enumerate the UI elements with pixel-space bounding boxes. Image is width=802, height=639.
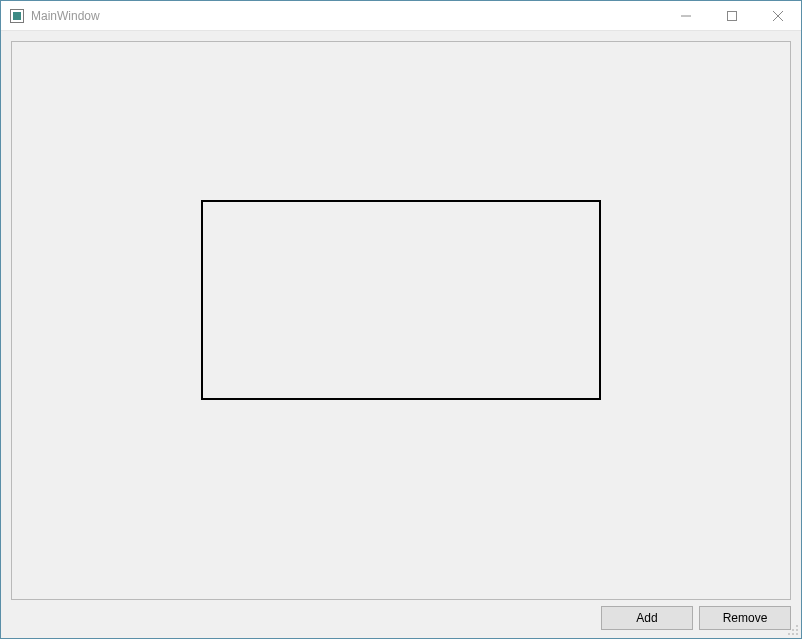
- app-icon: [9, 8, 25, 24]
- graphics-view[interactable]: [11, 41, 791, 600]
- client-area: Add Remove: [1, 31, 801, 638]
- maximize-button[interactable]: [709, 1, 755, 30]
- main-window: MainWindow Add Remove: [0, 0, 802, 639]
- add-button[interactable]: Add: [601, 606, 693, 630]
- titlebar: MainWindow: [1, 1, 801, 31]
- window-title: MainWindow: [31, 9, 100, 23]
- rectangle-item[interactable]: [201, 200, 601, 400]
- svg-point-11: [796, 633, 798, 635]
- remove-button[interactable]: Remove: [699, 606, 791, 630]
- svg-point-9: [788, 633, 790, 635]
- button-row: Add Remove: [11, 600, 791, 630]
- svg-point-10: [792, 633, 794, 635]
- svg-point-8: [796, 629, 798, 631]
- window-controls: [663, 1, 801, 30]
- close-button[interactable]: [755, 1, 801, 30]
- minimize-button[interactable]: [663, 1, 709, 30]
- svg-point-7: [792, 629, 794, 631]
- svg-rect-3: [728, 11, 737, 20]
- svg-point-6: [796, 625, 798, 627]
- svg-rect-1: [13, 12, 21, 20]
